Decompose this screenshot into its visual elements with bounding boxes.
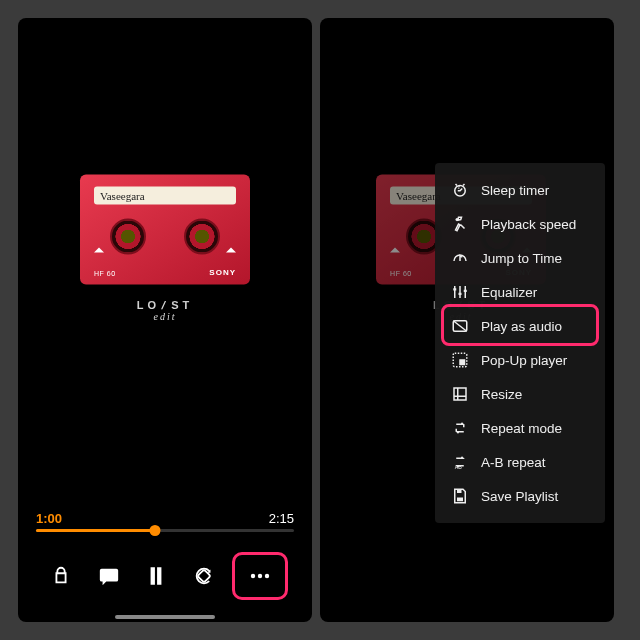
lock-button[interactable] (42, 557, 80, 595)
svg-point-6 (456, 218, 459, 221)
menu-item-label: Pop-Up player (481, 353, 567, 368)
popup-icon (451, 351, 469, 369)
album-art: Vaseegara HF 60 SONY LO/ST edit (80, 174, 250, 321)
svg-rect-13 (454, 388, 466, 400)
menu-item-resize[interactable]: Resize (435, 377, 605, 411)
svg-rect-7 (453, 288, 456, 290)
rotate-button[interactable] (185, 557, 223, 595)
menu-highlight (441, 304, 599, 346)
tape-model: HF 60 (94, 269, 116, 276)
home-indicator (115, 615, 215, 619)
svg-point-2 (258, 574, 262, 578)
cassette-image: Vaseegara HF 60 SONY (80, 174, 250, 284)
menu-item-label: Playback speed (481, 217, 576, 232)
menu-item-label: Jump to Time (481, 251, 562, 266)
menu-item-label: Equalizer (481, 285, 537, 300)
options-menu: zSleep timerPlayback speedJump to TimeEq… (435, 163, 605, 523)
screenshot-player: Vaseegara HF 60 SONY LO/ST edit 1:00 2:1… (18, 18, 312, 622)
more-button[interactable] (232, 552, 288, 600)
menu-item-label: Repeat mode (481, 421, 562, 436)
screenshot-menu: Vaseegara HF 60 SONY LO/ST edit zSleep t… (320, 18, 614, 622)
speed-icon (451, 215, 469, 233)
sleep-icon: z (451, 181, 469, 199)
svg-rect-16 (457, 489, 462, 493)
menu-item-popup[interactable]: Pop-Up player (435, 343, 605, 377)
svg-point-1 (251, 574, 255, 578)
resize-icon (451, 385, 469, 403)
current-time: 1:00 (36, 511, 62, 526)
subtitles-button[interactable] (90, 557, 128, 595)
artist-line2: edit (80, 310, 250, 321)
svg-rect-12 (459, 359, 465, 365)
menu-item-jump[interactable]: Jump to Time (435, 241, 605, 275)
save-icon (451, 487, 469, 505)
total-time: 2:15 (269, 511, 294, 526)
artist-line1: LO/ST (80, 298, 250, 310)
menu-item-abrepeat[interactable]: ABA-B repeat (435, 445, 605, 479)
menu-item-repeat[interactable]: Repeat mode (435, 411, 605, 445)
menu-item-sleep[interactable]: zSleep timer (435, 173, 605, 207)
svg-text:AB: AB (455, 464, 463, 470)
player-controls-area: 1:00 2:15 (18, 511, 312, 622)
abrepeat-icon: AB (451, 453, 469, 471)
menu-item-label: Sleep timer (481, 183, 549, 198)
menu-item-save[interactable]: Save Playlist (435, 479, 605, 513)
svg-rect-15 (457, 498, 463, 502)
svg-rect-8 (459, 293, 462, 295)
track-label: Vaseegara (94, 186, 236, 204)
eq-icon (451, 283, 469, 301)
pause-button[interactable] (137, 557, 175, 595)
repeat-icon (451, 419, 469, 437)
svg-point-3 (265, 574, 269, 578)
menu-item-label: Resize (481, 387, 522, 402)
jump-icon (451, 249, 469, 267)
tape-brand: SONY (209, 267, 236, 276)
menu-item-speed[interactable]: Playback speed (435, 207, 605, 241)
svg-rect-9 (464, 290, 467, 292)
menu-item-label: A-B repeat (481, 455, 546, 470)
seek-bar[interactable] (36, 529, 294, 532)
menu-item-label: Save Playlist (481, 489, 558, 504)
